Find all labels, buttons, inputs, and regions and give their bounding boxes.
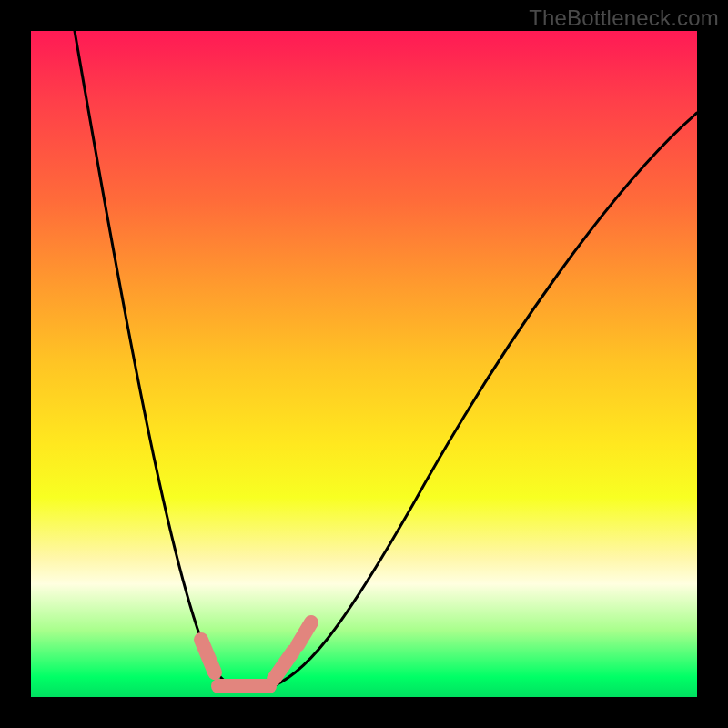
outer-frame: TheBottleneck.com xyxy=(0,0,728,728)
watermark-text: TheBottleneck.com xyxy=(529,5,719,31)
marker-right-2 xyxy=(298,622,311,645)
v-curve xyxy=(75,31,697,690)
curve-svg xyxy=(31,31,697,697)
marker-right-1 xyxy=(274,652,293,679)
marker-left xyxy=(201,640,215,672)
plot-area xyxy=(31,31,697,697)
